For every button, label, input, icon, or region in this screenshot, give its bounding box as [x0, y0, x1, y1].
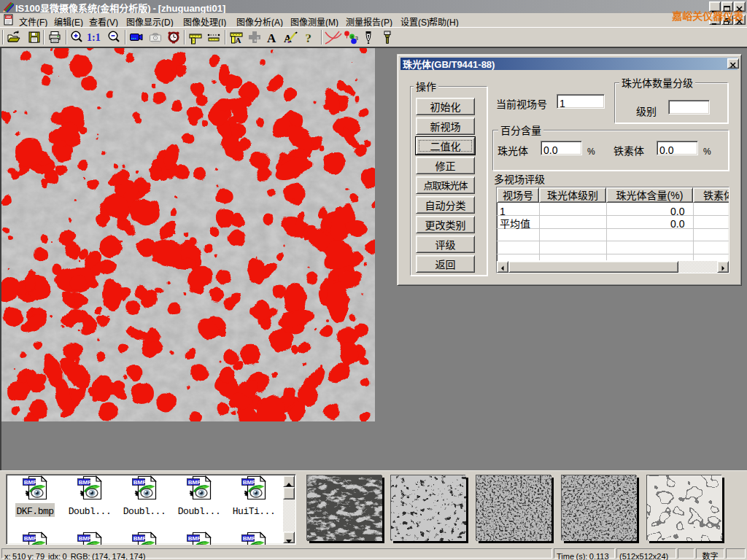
svg-text:BMP: BMP	[24, 479, 37, 486]
svg-text:BMP: BMP	[79, 535, 92, 542]
svg-text:DOC: DOC	[6, 15, 12, 19]
svg-text:BMP: BMP	[79, 479, 92, 486]
svg-text:1:1: 1:1	[87, 32, 101, 43]
svg-text:BMP: BMP	[133, 479, 147, 486]
svg-text:A: A	[236, 36, 241, 44]
svg-text:BMP: BMP	[243, 535, 256, 542]
svg-text:BMP: BMP	[24, 535, 37, 542]
svg-text:BMP: BMP	[188, 535, 201, 542]
svg-text:BMP: BMP	[243, 479, 256, 486]
svg-text:BMP: BMP	[133, 535, 147, 542]
svg-text:A: A	[267, 31, 276, 45]
svg-text:BMP: BMP	[188, 479, 201, 486]
svg-text:?: ?	[306, 31, 312, 45]
